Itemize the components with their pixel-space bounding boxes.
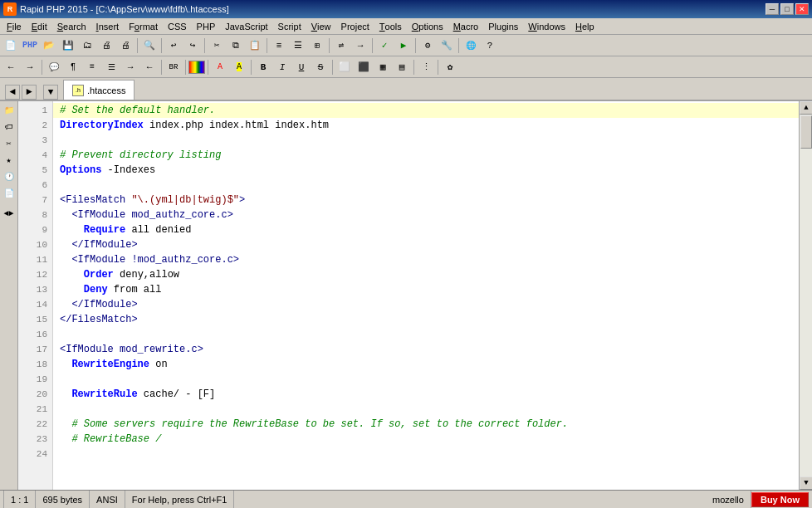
- sidebar-icon-5[interactable]: 🕐: [2, 169, 17, 184]
- undo-button[interactable]: ↩: [164, 37, 183, 55]
- bold-button[interactable]: B: [254, 58, 272, 76]
- menu-macro[interactable]: Macro: [448, 18, 484, 34]
- minimize-button[interactable]: ─: [766, 3, 779, 15]
- uncomment-icon: ¶: [71, 62, 76, 71]
- tb2-forward-button[interactable]: →: [21, 58, 39, 76]
- tb2-list2-button[interactable]: ☰: [102, 58, 120, 76]
- menu-javascript[interactable]: JavaScript: [220, 18, 272, 34]
- forward-icon: →: [27, 62, 33, 72]
- menu-format[interactable]: Format: [124, 18, 163, 34]
- print-preview-button[interactable]: 🖨: [97, 37, 115, 55]
- nav-back-arrow[interactable]: ◄: [5, 85, 20, 100]
- php-button[interactable]: PHP: [21, 37, 39, 55]
- strike-button[interactable]: S: [311, 58, 330, 76]
- tb2-comment-button[interactable]: 💬: [45, 58, 63, 76]
- line-num-21: 21: [18, 402, 52, 417]
- tools2-button[interactable]: 🔧: [438, 37, 456, 55]
- line-num-23: 23: [18, 432, 52, 447]
- color-spectrum[interactable]: [188, 61, 205, 74]
- menu-project[interactable]: Project: [336, 18, 374, 34]
- tb2-break-button[interactable]: BR: [164, 58, 183, 76]
- align2-justify-button[interactable]: ▤: [393, 58, 411, 76]
- sep5: [329, 38, 330, 53]
- cursor-position-text: 1 : 1: [11, 495, 28, 505]
- word-wrap-button[interactable]: ⇌: [332, 37, 350, 55]
- scroll-down-button[interactable]: ▼: [800, 476, 812, 490]
- highlight-button[interactable]: A: [230, 58, 248, 76]
- line-num-19: 19: [18, 372, 52, 387]
- code-line-12: Order deny,allow: [53, 267, 799, 282]
- menu-help[interactable]: Help: [570, 18, 599, 34]
- align-center-button[interactable]: ☰: [289, 37, 307, 55]
- close-button[interactable]: ✕: [795, 3, 809, 15]
- align2-left-button[interactable]: ⬜: [335, 58, 354, 76]
- copy-button[interactable]: ⧉: [227, 37, 245, 55]
- menu-search[interactable]: Search: [52, 18, 91, 34]
- scroll-track[interactable]: [800, 115, 812, 476]
- code-line-23: # RewriteBase /: [53, 432, 799, 447]
- menu-css[interactable]: CSS: [163, 18, 192, 34]
- validate-button[interactable]: ✓: [375, 37, 394, 55]
- sidebar-icon-4[interactable]: ★: [2, 153, 17, 168]
- menu-php[interactable]: PHP: [192, 18, 221, 34]
- sidebar-icon-1[interactable]: 📁: [2, 103, 17, 118]
- code-line-24: [53, 447, 799, 462]
- font-color-button[interactable]: A: [211, 58, 229, 76]
- list-format-button[interactable]: ⋮: [417, 58, 435, 76]
- sidebar-icon-3[interactable]: ✂: [2, 136, 17, 151]
- table-button[interactable]: ⊞: [308, 37, 326, 55]
- sidebar-icon-6[interactable]: 📄: [2, 186, 17, 201]
- settings-button[interactable]: ⚙: [418, 37, 437, 55]
- htaccess-tab[interactable]: .h .htaccess: [63, 80, 135, 100]
- open-button[interactable]: 📂: [40, 37, 58, 55]
- save-button[interactable]: 💾: [59, 37, 77, 55]
- menu-options[interactable]: Options: [407, 18, 448, 34]
- run-button[interactable]: ▶: [394, 37, 413, 55]
- underline-button[interactable]: U: [292, 58, 311, 76]
- cut-button[interactable]: ✂: [208, 37, 226, 55]
- menu-windows[interactable]: Windows: [523, 18, 570, 34]
- sidebar-icon-expand[interactable]: ◄►: [2, 206, 17, 221]
- menu-tools[interactable]: Tools: [374, 18, 407, 34]
- browser-button[interactable]: 🌐: [462, 37, 480, 55]
- help2-button[interactable]: ?: [481, 37, 499, 55]
- tools2-icon: 🔧: [441, 40, 452, 51]
- insert-special-button[interactable]: ✿: [441, 58, 459, 76]
- paste-button[interactable]: 📋: [246, 37, 264, 55]
- save-all-button[interactable]: 🗂: [78, 37, 96, 55]
- italic-button[interactable]: I: [273, 58, 291, 76]
- tb2-list1-button[interactable]: ≡: [83, 58, 101, 76]
- menu-script[interactable]: Script: [273, 18, 306, 34]
- file-menu-button[interactable]: ▼: [43, 85, 58, 100]
- buy-now-button[interactable]: Buy Now: [751, 492, 809, 507]
- code-line-2: DirectoryIndex index.php index.html inde…: [53, 118, 799, 133]
- tb2-uncomment-button[interactable]: ¶: [64, 58, 82, 76]
- find-button[interactable]: 🔍: [140, 37, 159, 55]
- indent-button[interactable]: →: [351, 37, 369, 55]
- menu-plugins[interactable]: Plugins: [483, 18, 523, 34]
- redo-button[interactable]: ↪: [183, 37, 202, 55]
- sidebar-icon-2[interactable]: 🏷: [2, 120, 17, 134]
- align-left-button[interactable]: ≡: [270, 37, 288, 55]
- code-line-11: <IfModule !mod_authz_core.c>: [53, 252, 799, 267]
- underline-icon: U: [299, 62, 305, 72]
- tb2-outdent-button[interactable]: ←: [140, 58, 159, 76]
- scroll-thumb[interactable]: [800, 115, 812, 149]
- line-num-2: 2: [18, 118, 52, 133]
- menu-view[interactable]: View: [306, 18, 336, 34]
- nav-forward-arrow[interactable]: ►: [22, 85, 37, 100]
- tb2-back-button[interactable]: ←: [2, 58, 20, 76]
- new-button[interactable]: 📄: [2, 37, 20, 55]
- menu-file[interactable]: File: [2, 18, 27, 34]
- cursor-position: 1 : 1: [3, 491, 36, 508]
- align2-right-button[interactable]: ▦: [374, 58, 392, 76]
- code-line-21: [53, 402, 799, 417]
- scroll-up-button[interactable]: ▲: [800, 101, 812, 115]
- menu-insert[interactable]: Insert: [91, 18, 125, 34]
- menu-edit[interactable]: Edit: [27, 18, 52, 34]
- code-editor[interactable]: # Set the default handler. DirectoryInde…: [53, 101, 799, 490]
- maximize-button[interactable]: □: [780, 3, 794, 15]
- tb2-indent-button[interactable]: →: [121, 58, 139, 76]
- print-button[interactable]: 🖨: [116, 37, 135, 55]
- align2-center-button[interactable]: ⬛: [355, 58, 373, 76]
